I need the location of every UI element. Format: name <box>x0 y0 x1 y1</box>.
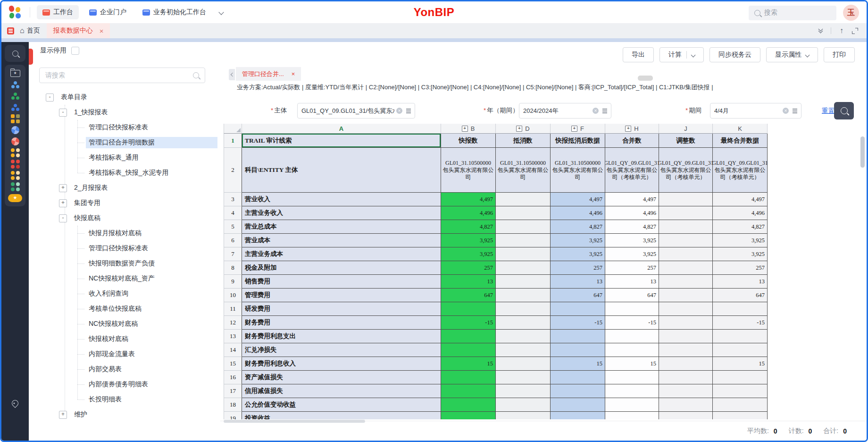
value-cell[interactable] <box>659 289 713 302</box>
search-icon[interactable] <box>12 48 18 59</box>
calc-button[interactable]: 计算 <box>659 47 704 62</box>
star-badge-icon[interactable] <box>8 193 22 203</box>
column-header-H[interactable]: +H <box>605 124 659 134</box>
ref-picker-icon[interactable] <box>406 109 411 110</box>
row-header[interactable]: 18 <box>224 398 242 412</box>
value-cell[interactable] <box>496 384 551 398</box>
tree-item[interactable]: -表单目录 <box>29 90 220 105</box>
folder-star-icon[interactable] <box>10 68 20 78</box>
show-disabled-checkbox[interactable] <box>71 47 79 55</box>
tree-item[interactable]: +2_月报报表 <box>29 180 220 196</box>
value-cell[interactable] <box>441 384 496 398</box>
value-cell[interactable] <box>605 343 659 357</box>
value-cell[interactable]: 257 <box>605 261 659 275</box>
tab-report-data-center[interactable]: 报表数据中心 × <box>47 23 110 38</box>
row-header[interactable]: 15 <box>224 357 242 371</box>
tree-item[interactable]: 考核指标表_通用 <box>29 150 220 165</box>
account-cell[interactable]: 财务费用利息支出 <box>242 330 441 343</box>
value-cell[interactable] <box>441 343 496 357</box>
value-cell[interactable] <box>713 302 768 316</box>
column-header-D[interactable]: +D <box>496 124 551 134</box>
value-cell[interactable]: 3,925 <box>605 247 659 261</box>
cluster-blue2-icon[interactable] <box>14 102 17 112</box>
value-cell[interactable]: -15 <box>713 316 768 330</box>
tree-item[interactable]: 快报核对底稿 <box>29 332 220 347</box>
value-cell[interactable] <box>496 193 551 206</box>
row-header[interactable]: 6 <box>224 234 242 247</box>
home-tab[interactable]: ⌂ 首页 <box>20 26 40 35</box>
value-cell[interactable] <box>441 302 496 316</box>
value-cell[interactable] <box>496 343 551 357</box>
account-cell[interactable]: 营业收入 <box>242 193 441 206</box>
account-cell[interactable]: 信用减值损失 <box>242 384 441 398</box>
row-header[interactable]: 9 <box>224 275 242 289</box>
value-cell[interactable] <box>496 316 551 330</box>
value-cell[interactable] <box>496 234 551 247</box>
row-header[interactable]: 8 <box>224 261 242 275</box>
row-header[interactable]: 10 <box>224 289 242 302</box>
value-cell[interactable] <box>496 220 551 234</box>
tree-item[interactable]: 长投明细表 <box>29 392 220 407</box>
cluster-green-icon[interactable] <box>14 91 17 101</box>
value-cell[interactable] <box>496 357 551 371</box>
value-cell[interactable]: 257 <box>713 261 768 275</box>
value-cell[interactable] <box>659 193 713 206</box>
account-cell[interactable]: 营业总成本 <box>242 220 441 234</box>
tree-item[interactable]: NC快报核对底稿_资产 <box>29 271 220 286</box>
value-cell[interactable]: 3,925 <box>551 234 605 247</box>
column-title-cell[interactable]: 调整数 <box>659 134 713 148</box>
account-cell[interactable]: 营业成本 <box>242 234 441 247</box>
entity-cell[interactable]: GL01_31.10500000 包头冀东水泥有限公司 <box>441 148 496 193</box>
vertical-scrollbar[interactable] <box>860 126 865 415</box>
entity-cell[interactable]: GL01_31.10500000 包头冀东水泥有限公司 <box>496 148 551 193</box>
clear-icon[interactable]: × <box>593 108 599 114</box>
account-cell[interactable]: 汇兑净损失 <box>242 343 441 357</box>
value-cell[interactable] <box>713 384 768 398</box>
value-cell[interactable] <box>659 398 713 412</box>
collapse-toggle[interactable]: - <box>59 214 67 222</box>
account-cell[interactable]: 主营业务收入 <box>242 206 441 220</box>
close-icon[interactable]: × <box>292 70 295 77</box>
expand-toggle[interactable]: + <box>59 199 67 207</box>
account-cell[interactable]: 主营业务成本 <box>242 247 441 261</box>
value-cell[interactable] <box>605 371 659 384</box>
column-header-K[interactable]: K <box>713 124 768 134</box>
column-title-cell[interactable]: 最终合并数据 <box>713 134 768 148</box>
column-header-B[interactable]: +B <box>441 124 496 134</box>
entity-cell[interactable]: GL01_31.10500000 包头冀东水泥有限公司 <box>551 148 605 193</box>
workspace-tab[interactable]: 企业门户 <box>83 5 132 19</box>
dots-yellow-icon[interactable] <box>13 147 17 158</box>
tree-item[interactable]: 管理口径快报标准表 <box>29 120 220 135</box>
expand-toggle[interactable]: + <box>59 184 67 192</box>
value-cell[interactable]: 13 <box>713 275 768 289</box>
tree-item[interactable]: NC快报核对底稿 <box>29 316 220 332</box>
row-header[interactable]: 19 <box>224 412 242 419</box>
workspace-tab[interactable]: 业务初始化工作台 <box>137 5 212 19</box>
account-cell[interactable]: 公允价值变动收益 <box>242 398 441 412</box>
entity-cell[interactable]: GL01_QY_09.GL01_31 包头冀东水泥有限公司（考核单元） <box>659 148 713 193</box>
value-cell[interactable] <box>659 206 713 220</box>
value-cell[interactable] <box>551 371 605 384</box>
value-cell[interactable] <box>659 384 713 398</box>
value-cell[interactable] <box>605 398 659 412</box>
value-cell[interactable] <box>659 412 713 419</box>
pinwheel-red-icon[interactable] <box>11 136 19 146</box>
collapse-toggle[interactable]: - <box>59 109 67 117</box>
grid-corner[interactable] <box>224 124 242 134</box>
value-cell[interactable] <box>496 247 551 261</box>
workspace-tab[interactable]: 工作台 <box>37 5 79 19</box>
column-title-cell[interactable]: 快报抵消后数据 <box>551 134 605 148</box>
row-header[interactable]: 12 <box>224 316 242 330</box>
value-cell[interactable] <box>496 330 551 343</box>
expand-toggle[interactable]: + <box>59 411 67 419</box>
account-cell[interactable]: 投资收益 <box>242 412 441 419</box>
scrollbar-thumb[interactable] <box>860 136 865 168</box>
value-cell[interactable] <box>605 384 659 398</box>
value-cell[interactable]: 257 <box>551 261 605 275</box>
scroll-top-icon[interactable]: ↑ <box>840 27 843 34</box>
value-cell[interactable] <box>496 289 551 302</box>
value-cell[interactable]: 4,827 <box>713 220 768 234</box>
value-cell[interactable] <box>496 398 551 412</box>
close-tab-icon[interactable]: × <box>100 27 104 35</box>
value-cell[interactable] <box>659 357 713 371</box>
